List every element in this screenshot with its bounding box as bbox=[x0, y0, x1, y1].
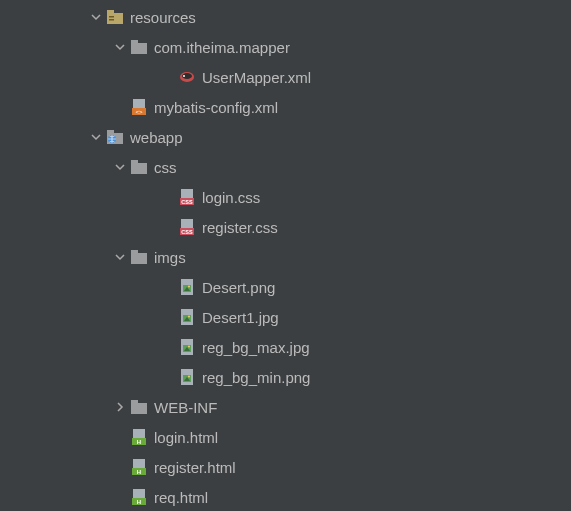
tree-folder-webinf[interactable]: WEB-INF bbox=[0, 392, 571, 422]
tree-label: register.html bbox=[154, 459, 236, 476]
css-file-icon: CSS bbox=[178, 218, 196, 236]
tree-label: login.html bbox=[154, 429, 218, 446]
web-folder-icon bbox=[106, 128, 124, 146]
chevron-right-icon[interactable] bbox=[112, 399, 128, 415]
tree-label: com.itheima.mapper bbox=[154, 39, 290, 56]
html-file-icon: H bbox=[130, 458, 148, 476]
mybatis-file-icon bbox=[178, 68, 196, 86]
tree-label: register.css bbox=[202, 219, 278, 236]
svg-point-8 bbox=[183, 75, 185, 77]
svg-text:H: H bbox=[137, 439, 141, 445]
tree-file-reqhtml[interactable]: H req.html bbox=[0, 482, 571, 511]
chevron-down-icon[interactable] bbox=[112, 39, 128, 55]
tree-folder-css[interactable]: css bbox=[0, 152, 571, 182]
svg-rect-42 bbox=[131, 400, 138, 404]
svg-text:H: H bbox=[137, 499, 141, 505]
tree-file-desert[interactable]: Desert.png bbox=[0, 272, 571, 302]
svg-rect-23 bbox=[131, 253, 147, 264]
xml-file-icon: <> bbox=[130, 98, 148, 116]
tree-label: Desert.png bbox=[202, 279, 275, 296]
svg-rect-4 bbox=[131, 43, 147, 54]
tree-folder-webapp[interactable]: webapp bbox=[0, 122, 571, 152]
svg-text:CSS: CSS bbox=[181, 199, 193, 205]
tree-file-desert1[interactable]: Desert1.jpg bbox=[0, 302, 571, 332]
svg-text:H: H bbox=[137, 469, 141, 475]
svg-rect-1 bbox=[107, 10, 114, 14]
tree-label: WEB-INF bbox=[154, 399, 217, 416]
image-file-icon bbox=[178, 368, 196, 386]
folder-icon bbox=[130, 158, 148, 176]
tree-label: mybatis-config.xml bbox=[154, 99, 278, 116]
svg-rect-41 bbox=[131, 403, 147, 414]
svg-rect-5 bbox=[131, 40, 138, 44]
resources-folder-icon bbox=[106, 8, 124, 26]
tree-label: req.html bbox=[154, 489, 208, 506]
image-file-icon bbox=[178, 278, 196, 296]
tree-folder-mapper[interactable]: com.itheima.mapper bbox=[0, 32, 571, 62]
svg-point-32 bbox=[188, 316, 190, 318]
folder-icon bbox=[130, 248, 148, 266]
css-file-icon: CSS bbox=[178, 188, 196, 206]
svg-text:<>: <> bbox=[135, 109, 143, 115]
chevron-down-icon[interactable] bbox=[112, 249, 128, 265]
svg-rect-16 bbox=[131, 160, 138, 164]
folder-icon bbox=[130, 398, 148, 416]
tree-file-loginhtml[interactable]: H login.html bbox=[0, 422, 571, 452]
tree-folder-resources[interactable]: resources bbox=[0, 2, 571, 32]
chevron-down-icon[interactable] bbox=[88, 9, 104, 25]
svg-rect-2 bbox=[109, 16, 114, 18]
svg-rect-24 bbox=[131, 250, 138, 254]
tree-folder-imgs[interactable]: imgs bbox=[0, 242, 571, 272]
tree-label: Desert1.jpg bbox=[202, 309, 279, 326]
tree-file-regbgmax[interactable]: reg_bg_max.jpg bbox=[0, 332, 571, 362]
tree-file-registerhtml[interactable]: H register.html bbox=[0, 452, 571, 482]
svg-rect-3 bbox=[109, 19, 114, 21]
chevron-down-icon[interactable] bbox=[88, 129, 104, 145]
chevron-down-icon[interactable] bbox=[112, 159, 128, 175]
svg-point-28 bbox=[188, 286, 190, 288]
image-file-icon bbox=[178, 338, 196, 356]
tree-label: reg_bg_min.png bbox=[202, 369, 310, 386]
svg-rect-15 bbox=[131, 163, 147, 174]
svg-point-36 bbox=[188, 346, 190, 348]
svg-rect-13 bbox=[107, 130, 114, 134]
svg-text:CSS: CSS bbox=[181, 229, 193, 235]
html-file-icon: H bbox=[130, 488, 148, 506]
tree-label: webapp bbox=[130, 129, 183, 146]
tree-label: resources bbox=[130, 9, 196, 26]
tree-file-logincss[interactable]: CSS login.css bbox=[0, 182, 571, 212]
html-file-icon: H bbox=[130, 428, 148, 446]
folder-icon bbox=[130, 38, 148, 56]
svg-rect-0 bbox=[107, 13, 123, 24]
svg-point-40 bbox=[188, 376, 190, 378]
tree-label: reg_bg_max.jpg bbox=[202, 339, 310, 356]
tree-file-mybatisconfig[interactable]: <> mybatis-config.xml bbox=[0, 92, 571, 122]
tree-label: login.css bbox=[202, 189, 260, 206]
tree-file-regbgmin[interactable]: reg_bg_min.png bbox=[0, 362, 571, 392]
tree-label: css bbox=[154, 159, 177, 176]
tree-file-usermapper[interactable]: UserMapper.xml bbox=[0, 62, 571, 92]
tree-label: UserMapper.xml bbox=[202, 69, 311, 86]
tree-label: imgs bbox=[154, 249, 186, 266]
tree-file-registercss[interactable]: CSS register.css bbox=[0, 212, 571, 242]
image-file-icon bbox=[178, 308, 196, 326]
